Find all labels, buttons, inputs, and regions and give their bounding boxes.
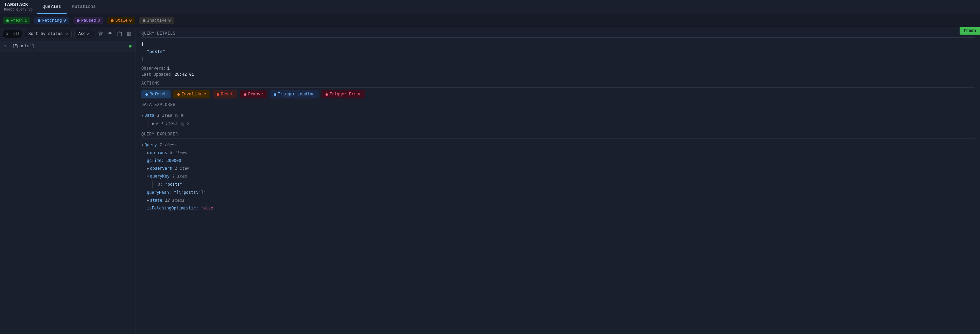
data-chevron[interactable]: ▾ [142,112,144,119]
fresh-label: Fresh [11,18,23,23]
sort-dropdown[interactable]: Sort by status [25,30,72,38]
right-panel: fresh Query Details [ "posts" ] Observer… [136,27,980,334]
filter-bar: Sort by status Asc [0,27,135,41]
fresh-count: 1 [24,18,27,23]
options-count: 8 items [170,150,187,156]
wifi-icon [108,32,113,36]
data-child-index: 0 [155,120,158,127]
observers-tree-count: 1 item [175,165,189,172]
querykey-label: queryKey [150,173,170,180]
gctime-row: gcTime: 300000 [142,157,975,165]
copy-icon [117,32,122,36]
actions-header: Actions [142,81,975,87]
observers-chevron[interactable]: ▶ [147,165,149,172]
tab-queries[interactable]: Queries [37,0,67,14]
status-paused[interactable]: Paused 0 [73,17,103,24]
data-child-chevron[interactable]: ▶ [152,120,154,127]
trigger-loading-dot [274,93,276,96]
observers-row: Observers: 1 [142,66,975,71]
stale-dot [111,19,113,22]
querykey-child-index: 0: [158,181,162,188]
invalidate-button[interactable]: Invalidate [173,90,210,98]
observers-value: 1 [167,66,170,71]
chevron-down-icon [65,32,68,36]
options-label: options [150,150,167,156]
queryhash-row: queryHash: "[\"posts\"]" [142,189,975,196]
settings-icon [127,32,132,36]
trash-icon [98,32,103,36]
top-right-fresh-badge: fresh [959,27,980,35]
reset-button[interactable]: Reset [213,90,237,98]
refetch-label: Refetch [150,92,167,97]
query-key-label: Query [145,142,157,148]
data-child-copy-button[interactable]: ⎘ [180,122,185,126]
query-item[interactable]: 1 ["posts"] [0,41,135,52]
status-inactive[interactable]: Inactive 0 [139,17,174,24]
data-child-delete-button[interactable]: ✕ [185,122,191,126]
fetching-label: Fetching [42,18,62,23]
sort-label: Sort by status [29,32,63,36]
brand-title: TANSTACK [4,2,33,8]
reset-label: Reset [221,92,233,97]
status-bar: Fresh 1 Fetching 0 Paused 0 Stale 0 Inac… [0,14,980,27]
remove-button[interactable]: Remove [240,90,267,98]
trigger-error-button[interactable]: Trigger Error [321,90,366,98]
data-child-count: 4 items [161,120,178,127]
query-chevron[interactable]: ▾ [142,142,144,148]
filter-input-wrap [3,30,22,38]
observers-tree-label: observers [150,165,172,172]
wifi-button[interactable] [107,30,114,38]
paused-dot [77,19,80,22]
brand-subtitle: React Query v5 [4,8,33,12]
query-root-row: ▾ Query 7 items [142,141,975,149]
query-list: 1 ["posts"] [0,41,135,334]
query-count: 7 items [159,142,177,148]
fetching-dot [38,19,40,22]
gctime-value: 300000 [167,157,181,164]
tab-mutations[interactable]: Mutations [67,0,101,14]
query-key-code: [ "posts" ] [142,41,975,62]
query-details-title: Query Details [142,31,975,38]
trigger-loading-button[interactable]: Trigger Loading [270,90,319,98]
state-row: ▶ state 12 items [142,196,975,204]
filter-input[interactable] [11,32,19,36]
query-explorer-title: Query Explorer [142,132,975,138]
query-key: ["posts"] [12,44,34,49]
data-child-row: ▶ 0 4 items ⎘ ✕ [142,120,975,128]
state-count: 12 items [165,197,185,204]
querykey-chevron[interactable]: ▾ [147,173,149,180]
delete-button[interactable] [97,30,104,38]
status-fresh[interactable]: Fresh 1 [3,17,30,24]
fresh-dot [6,19,9,22]
stale-count: 0 [129,18,132,23]
paused-count: 0 [97,18,100,23]
remove-dot [244,93,247,96]
state-label: state [150,197,162,204]
copy-button[interactable] [116,30,123,38]
querykey-child-value: "posts" [165,181,183,188]
last-updated-row: Last Updated: 20:42:01 [142,72,975,77]
refetch-button[interactable]: Refetch [142,90,170,98]
actions-row: Refetch Invalidate Reset Remove Trigger … [142,90,975,98]
state-chevron[interactable]: ▶ [147,197,149,204]
settings-button[interactable] [126,30,133,38]
data-expand-button[interactable]: ⊞ [179,113,185,118]
asc-button[interactable]: Asc [75,30,94,38]
query-explorer-section: Query Explorer ▾ Query 7 items ▶ options… [142,132,975,212]
status-stale[interactable]: Stale 0 [107,17,135,24]
data-copy-button[interactable]: ⎘ [174,114,179,118]
data-explorer-section: Data Explorer ▾ Data 1 item ⎘ ⊞ ▶ 0 4 it… [142,103,975,128]
brand: TANSTACK React Query v5 [0,1,37,13]
observers-tree-row: ▶ observers 1 item [142,165,975,173]
search-icon [6,32,8,36]
invalidate-label: Invalidate [181,92,206,97]
options-chevron[interactable]: ▶ [147,150,149,156]
querykey-child-row: 0: "posts" [142,180,975,189]
querykey-row: ▾ queryKey 1 item [142,173,975,180]
status-fetching[interactable]: Fetching 0 [34,17,69,24]
paused-label: Paused [81,18,96,23]
isfetching-label: isFetchingOptimistic: [147,205,199,212]
data-count: 1 item [157,112,171,119]
options-row: ▶ options 8 items [142,149,975,157]
top-nav: TANSTACK React Query v5 Queries Mutation… [0,0,980,14]
